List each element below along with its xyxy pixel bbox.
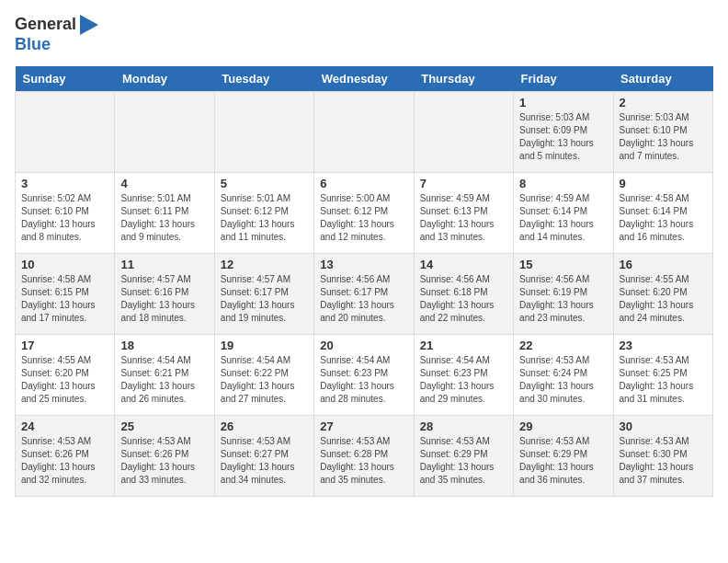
week-row-1: 1Sunrise: 5:03 AM Sunset: 6:09 PM Daylig… [16, 91, 713, 172]
day-info: Sunrise: 4:53 AM Sunset: 6:30 PM Dayligh… [620, 435, 707, 487]
calendar-cell: 22Sunrise: 4:53 AM Sunset: 6:24 PM Dayli… [514, 334, 613, 415]
logo-arrow-icon [80, 15, 98, 35]
day-info: Sunrise: 4:54 AM Sunset: 6:23 PM Dayligh… [420, 354, 507, 406]
day-info: Sunrise: 4:54 AM Sunset: 6:23 PM Dayligh… [320, 354, 407, 406]
logo-general-text: General [15, 15, 76, 35]
weekday-header-saturday: Saturday [613, 66, 712, 92]
calendar-cell: 27Sunrise: 4:53 AM Sunset: 6:28 PM Dayli… [314, 415, 414, 496]
day-number: 20 [320, 339, 407, 352]
header-row: SundayMondayTuesdayWednesdayThursdayFrid… [16, 66, 713, 92]
calendar-cell: 21Sunrise: 4:54 AM Sunset: 6:23 PM Dayli… [414, 334, 513, 415]
day-number: 13 [320, 258, 407, 271]
day-info: Sunrise: 5:02 AM Sunset: 6:10 PM Dayligh… [21, 192, 108, 244]
day-info: Sunrise: 4:59 AM Sunset: 6:13 PM Dayligh… [420, 192, 507, 244]
calendar-cell: 13Sunrise: 4:56 AM Sunset: 6:17 PM Dayli… [314, 253, 414, 334]
weekday-header-monday: Monday [115, 66, 214, 92]
calendar-cell: 17Sunrise: 4:55 AM Sunset: 6:20 PM Dayli… [16, 334, 115, 415]
day-number: 18 [120, 339, 208, 352]
day-number: 21 [420, 339, 507, 352]
day-info: Sunrise: 4:54 AM Sunset: 6:22 PM Dayligh… [221, 354, 308, 406]
day-number: 8 [519, 177, 607, 190]
week-row-5: 24Sunrise: 4:53 AM Sunset: 6:26 PM Dayli… [16, 415, 713, 496]
logo-blue-text: Blue [15, 35, 98, 55]
svg-marker-0 [80, 15, 98, 35]
calendar-cell [16, 91, 115, 172]
day-number: 2 [620, 96, 707, 109]
weekday-header-friday: Friday [514, 66, 613, 92]
day-number: 3 [21, 177, 108, 190]
day-number: 12 [221, 258, 308, 271]
calendar-table: SundayMondayTuesdayWednesdayThursdayFrid… [15, 66, 713, 497]
day-number: 1 [519, 96, 607, 109]
day-info: Sunrise: 4:56 AM Sunset: 6:18 PM Dayligh… [420, 273, 507, 325]
calendar-cell [214, 91, 313, 172]
day-number: 10 [21, 258, 108, 271]
calendar-cell: 30Sunrise: 4:53 AM Sunset: 6:30 PM Dayli… [613, 415, 712, 496]
day-number: 17 [21, 339, 108, 352]
day-number: 14 [420, 258, 507, 271]
calendar-cell [115, 91, 214, 172]
calendar-cell [414, 91, 513, 172]
calendar-cell: 11Sunrise: 4:57 AM Sunset: 6:16 PM Dayli… [115, 253, 214, 334]
day-info: Sunrise: 4:53 AM Sunset: 6:29 PM Dayligh… [420, 435, 507, 487]
calendar-cell: 15Sunrise: 4:56 AM Sunset: 6:19 PM Dayli… [514, 253, 613, 334]
day-number: 30 [620, 419, 707, 433]
day-number: 7 [420, 177, 507, 190]
calendar-cell: 7Sunrise: 4:59 AM Sunset: 6:13 PM Daylig… [414, 172, 513, 253]
weekday-header-wednesday: Wednesday [314, 66, 414, 92]
day-number: 23 [620, 339, 707, 352]
calendar-cell: 5Sunrise: 5:01 AM Sunset: 6:12 PM Daylig… [214, 172, 313, 253]
day-info: Sunrise: 4:53 AM Sunset: 6:24 PM Dayligh… [519, 354, 607, 406]
weekday-header-sunday: Sunday [16, 66, 115, 92]
day-info: Sunrise: 4:58 AM Sunset: 6:15 PM Dayligh… [21, 273, 108, 325]
calendar-cell: 9Sunrise: 4:58 AM Sunset: 6:14 PM Daylig… [613, 172, 712, 253]
day-number: 22 [519, 339, 607, 352]
calendar-cell: 20Sunrise: 4:54 AM Sunset: 6:23 PM Dayli… [314, 334, 414, 415]
day-info: Sunrise: 4:58 AM Sunset: 6:14 PM Dayligh… [620, 192, 707, 244]
calendar-cell: 12Sunrise: 4:57 AM Sunset: 6:17 PM Dayli… [214, 253, 313, 334]
calendar-cell: 29Sunrise: 4:53 AM Sunset: 6:29 PM Dayli… [514, 415, 613, 496]
day-number: 26 [221, 419, 308, 433]
day-number: 27 [320, 419, 407, 433]
weekday-header-tuesday: Tuesday [214, 66, 313, 92]
day-number: 28 [420, 419, 507, 433]
header: General Blue [15, 15, 713, 55]
day-info: Sunrise: 4:54 AM Sunset: 6:21 PM Dayligh… [120, 354, 208, 406]
logo: General Blue [15, 15, 98, 55]
day-info: Sunrise: 4:57 AM Sunset: 6:16 PM Dayligh… [120, 273, 208, 325]
calendar-cell: 2Sunrise: 5:03 AM Sunset: 6:10 PM Daylig… [613, 91, 712, 172]
calendar-cell: 24Sunrise: 4:53 AM Sunset: 6:26 PM Dayli… [16, 415, 115, 496]
day-number: 25 [120, 419, 208, 433]
day-number: 9 [620, 177, 707, 190]
day-info: Sunrise: 5:03 AM Sunset: 6:10 PM Dayligh… [620, 111, 707, 163]
day-info: Sunrise: 4:56 AM Sunset: 6:19 PM Dayligh… [519, 273, 607, 325]
day-info: Sunrise: 5:01 AM Sunset: 6:11 PM Dayligh… [120, 192, 208, 244]
calendar-cell [314, 91, 414, 172]
calendar-cell: 3Sunrise: 5:02 AM Sunset: 6:10 PM Daylig… [16, 172, 115, 253]
day-number: 11 [120, 258, 208, 271]
weekday-header-thursday: Thursday [414, 66, 513, 92]
day-number: 5 [221, 177, 308, 190]
day-info: Sunrise: 4:55 AM Sunset: 6:20 PM Dayligh… [21, 354, 108, 406]
day-info: Sunrise: 5:01 AM Sunset: 6:12 PM Dayligh… [221, 192, 308, 244]
day-info: Sunrise: 4:53 AM Sunset: 6:25 PM Dayligh… [620, 354, 707, 406]
calendar-cell: 26Sunrise: 4:53 AM Sunset: 6:27 PM Dayli… [214, 415, 313, 496]
day-number: 24 [21, 419, 108, 433]
day-number: 15 [519, 258, 607, 271]
calendar-cell: 19Sunrise: 4:54 AM Sunset: 6:22 PM Dayli… [214, 334, 313, 415]
week-row-3: 10Sunrise: 4:58 AM Sunset: 6:15 PM Dayli… [16, 253, 713, 334]
day-number: 19 [221, 339, 308, 352]
calendar-cell: 8Sunrise: 4:59 AM Sunset: 6:14 PM Daylig… [514, 172, 613, 253]
day-info: Sunrise: 4:53 AM Sunset: 6:28 PM Dayligh… [320, 435, 407, 487]
day-info: Sunrise: 4:56 AM Sunset: 6:17 PM Dayligh… [320, 273, 407, 325]
calendar-cell: 14Sunrise: 4:56 AM Sunset: 6:18 PM Dayli… [414, 253, 513, 334]
day-info: Sunrise: 4:53 AM Sunset: 6:29 PM Dayligh… [519, 435, 607, 487]
day-info: Sunrise: 4:53 AM Sunset: 6:26 PM Dayligh… [120, 435, 208, 487]
calendar-cell: 1Sunrise: 5:03 AM Sunset: 6:09 PM Daylig… [514, 91, 613, 172]
calendar-cell: 28Sunrise: 4:53 AM Sunset: 6:29 PM Dayli… [414, 415, 513, 496]
day-info: Sunrise: 4:57 AM Sunset: 6:17 PM Dayligh… [221, 273, 308, 325]
calendar-cell: 23Sunrise: 4:53 AM Sunset: 6:25 PM Dayli… [613, 334, 712, 415]
day-info: Sunrise: 4:53 AM Sunset: 6:26 PM Dayligh… [21, 435, 108, 487]
day-info: Sunrise: 4:55 AM Sunset: 6:20 PM Dayligh… [620, 273, 707, 325]
day-info: Sunrise: 4:59 AM Sunset: 6:14 PM Dayligh… [519, 192, 607, 244]
